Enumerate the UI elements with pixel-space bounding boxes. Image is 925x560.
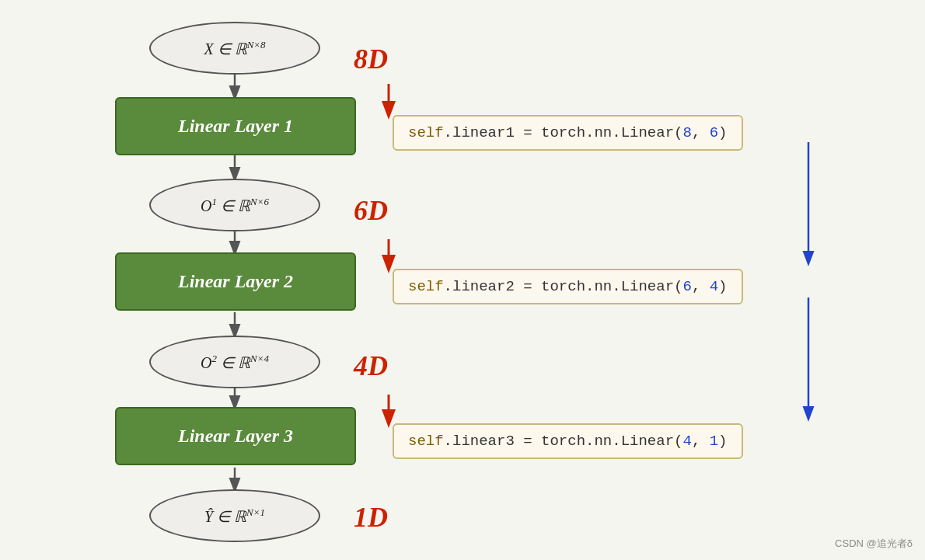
layer3-box: Linear Layer 3 <box>115 407 356 465</box>
code3-content: self.linear3 = torch.nn.Linear(4, 1) <box>408 433 728 450</box>
diagram-container: X ∈ ℝN×8 Linear Layer 1 O1 ∈ ℝN×6 Linear… <box>0 0 925 560</box>
layer2-label: Linear Layer 2 <box>178 271 293 292</box>
layer1-label: Linear Layer 1 <box>178 116 293 137</box>
input-label: X ∈ ℝN×8 <box>204 39 265 58</box>
out2-label: O2 ∈ ℝN×4 <box>201 353 269 372</box>
out1-ellipse: O1 ∈ ℝN×6 <box>149 179 320 231</box>
code-box-3: self.linear3 = torch.nn.Linear(4, 1) <box>393 423 743 459</box>
annotation-8d: 8D <box>354 43 388 75</box>
layer1-box: Linear Layer 1 <box>115 97 356 155</box>
out1-label: O1 ∈ ℝN×6 <box>201 196 269 215</box>
code-box-1: self.linear1 = torch.nn.Linear(8, 6) <box>393 115 743 151</box>
out2-ellipse: O2 ∈ ℝN×4 <box>149 336 320 388</box>
layer2-box: Linear Layer 2 <box>115 252 356 311</box>
annotation-6d: 6D <box>354 194 388 227</box>
annotation-4d: 4D <box>354 350 388 382</box>
output-ellipse: Ŷ ∈ ℝN×1 <box>149 489 320 542</box>
code1-content: self.linear1 = torch.nn.Linear(8, 6) <box>408 124 728 141</box>
code2-content: self.linear2 = torch.nn.Linear(6, 4) <box>408 278 728 295</box>
annotation-1d: 1D <box>354 501 388 534</box>
layer3-label: Linear Layer 3 <box>178 426 293 447</box>
input-ellipse: X ∈ ℝN×8 <box>149 22 320 75</box>
watermark: CSDN @追光者δ <box>835 537 913 551</box>
code-box-2: self.linear2 = torch.nn.Linear(6, 4) <box>393 269 743 304</box>
output-label: Ŷ ∈ ℝN×1 <box>204 506 265 526</box>
